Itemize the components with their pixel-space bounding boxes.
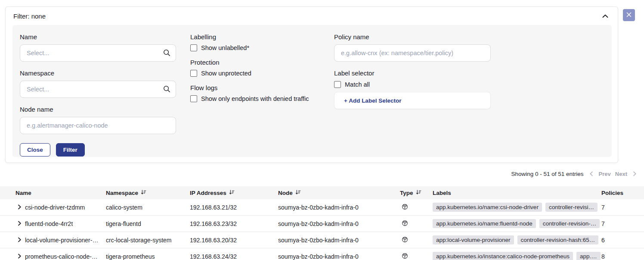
endpoint-policies-count: 7 — [601, 220, 644, 227]
policy-name-input[interactable] — [334, 44, 491, 62]
filter-column-right: Policy name Label selector Match all + A… — [334, 32, 491, 109]
column-header-labels: Labels — [433, 190, 601, 196]
close-icon — [626, 12, 632, 19]
endpoint-namespace: crc-local-storage-system — [106, 237, 190, 244]
filter-title: Filter: none — [13, 13, 46, 20]
collapse-panel-button[interactable] — [601, 12, 609, 20]
pod-icon — [402, 236, 408, 244]
column-header-namespace[interactable]: Namespace — [106, 189, 190, 196]
match-all-label: Match all — [345, 81, 370, 88]
label-selector-group-label: Label selector — [334, 69, 491, 77]
sort-icon — [295, 189, 301, 196]
chevron-right-icon — [18, 204, 22, 211]
endpoint-name: local-volume-provisioner-… — [25, 237, 98, 244]
denied-traffic-checkbox[interactable] — [190, 95, 197, 102]
endpoint-node: soumya-bz-0zbo-kadm-infra-0 — [278, 253, 400, 260]
name-field-label: Name — [20, 33, 176, 41]
chevron-right-icon — [18, 254, 22, 260]
endpoint-ip: 192.168.63.24/32 — [190, 253, 278, 260]
endpoint-ip: 192.168.63.21/32 — [190, 204, 278, 211]
show-unprotected-label: Show unprotected — [201, 70, 251, 77]
filter-panel-header: Filter: none — [6, 7, 618, 25]
table-row: csi-node-driver-tzdmm calico-system 192.… — [0, 199, 644, 216]
labelling-group-label: Labelling — [190, 33, 337, 41]
close-button[interactable]: Close — [20, 143, 50, 157]
filter-column-middle: Labelling Show unlabelled* Protection Sh… — [190, 32, 337, 110]
expand-row-button[interactable] — [18, 204, 22, 211]
protection-group-label: Protection — [190, 59, 337, 66]
expand-row-button[interactable] — [18, 221, 22, 227]
policy-name-field-label: Policy name — [334, 33, 491, 41]
endpoint-ip: 192.168.63.23/32 — [190, 220, 278, 227]
endpoint-ip: 192.168.63.20/32 — [190, 237, 278, 244]
show-unlabelled-checkbox[interactable] — [190, 44, 197, 51]
filter-button[interactable]: Filter — [56, 143, 85, 157]
chevron-right-icon[interactable] — [632, 171, 637, 177]
endpoint-node: soumya-bz-0zbo-kadm-infra-0 — [278, 204, 400, 211]
endpoint-name: csi-node-driver-tzdmm — [25, 204, 85, 211]
chevron-up-icon — [602, 13, 608, 19]
chevron-right-icon — [18, 237, 22, 244]
endpoint-node: soumya-bz-0zbo-kadm-infra-0 — [278, 220, 400, 227]
prev-page-button[interactable]: Prev — [599, 171, 611, 177]
endpoint-name: prometheus-calico-node-… — [25, 253, 98, 260]
pagination: Showing 0 - 51 of 51 entries Prev Next — [511, 171, 638, 177]
label-badge: app.… — [576, 252, 601, 260]
filter-column-left: Name Namespace Node name Close Filt — [20, 32, 176, 157]
flow-logs-group-label: Flow logs — [190, 84, 337, 91]
label-badge: app.kubernetes.io/name:csi-node-driver — [433, 203, 542, 212]
namespace-field-label: Namespace — [20, 69, 176, 77]
label-badge: app.kubernetes.io/name:fluentd-node — [433, 219, 536, 228]
pod-icon — [402, 253, 408, 260]
table-row: fluentd-node-4rr2t tigera-fluentd 192.16… — [0, 216, 644, 232]
label-badge: controller-revisi… — [545, 203, 598, 212]
show-unlabelled-label: Show unlabelled* — [201, 44, 249, 51]
column-header-ip-addresses[interactable]: IP Addresses — [190, 189, 278, 196]
endpoint-policies-count: 6 — [601, 237, 644, 244]
endpoint-policies-count: 8 — [601, 253, 644, 260]
chevron-right-icon — [18, 221, 22, 227]
endpoint-name: fluentd-node-4rr2t — [25, 220, 73, 227]
dismiss-panel-button[interactable] — [623, 9, 635, 21]
table-row: local-volume-provisioner-… crc-local-sto… — [0, 232, 644, 248]
endpoint-namespace: calico-system — [106, 204, 190, 211]
node-name-field-label: Node name — [20, 106, 176, 113]
add-label-selector-button[interactable]: + Add Label Selector — [334, 92, 491, 109]
table-row: prometheus-calico-node-… tigera-promethe… — [0, 248, 644, 260]
name-select-input[interactable] — [20, 44, 176, 62]
sort-icon — [141, 189, 146, 196]
expand-row-button[interactable] — [18, 237, 22, 244]
endpoints-table: Name Namespace IP Addresses Node Type La… — [0, 186, 644, 260]
denied-traffic-label: Show only endpoints with denied traffic — [201, 95, 309, 102]
endpoint-namespace: tigera-fluentd — [106, 220, 190, 227]
column-header-type[interactable]: Type — [400, 189, 433, 196]
column-header-name: Name — [15, 190, 106, 196]
chevron-left-icon[interactable] — [589, 171, 594, 177]
next-page-button[interactable]: Next — [615, 171, 627, 177]
pod-icon — [402, 220, 408, 228]
filter-panel-body: Name Namespace Node name Close Filt — [12, 25, 612, 157]
endpoint-node: soumya-bz-0zbo-kadm-infra-0 — [278, 237, 400, 244]
endpoint-namespace: tigera-prometheus — [106, 253, 190, 260]
match-all-checkbox[interactable] — [334, 81, 341, 88]
table-header-row: Name Namespace IP Addresses Node Type La… — [0, 186, 644, 199]
sort-icon — [229, 189, 235, 196]
label-badge: app:local-volume-provisioner — [433, 235, 514, 244]
sort-icon — [416, 189, 421, 196]
show-unprotected-checkbox[interactable] — [190, 70, 197, 77]
endpoint-policies-count: 7 — [601, 204, 644, 211]
column-header-policies: Policies — [601, 190, 644, 196]
column-header-node[interactable]: Node — [278, 189, 400, 196]
label-badge: controller-revision-hash:65… — [517, 235, 599, 244]
node-name-input[interactable] — [20, 117, 176, 134]
label-badge: controller-revision-… — [539, 219, 600, 228]
filter-panel: Filter: none Name Namespace — [5, 6, 618, 163]
namespace-select-input[interactable] — [20, 81, 176, 98]
label-badge: app.kubernetes.io/instance:calico-node-p… — [433, 252, 573, 260]
pod-icon — [402, 204, 408, 211]
expand-row-button[interactable] — [18, 254, 22, 260]
pagination-summary: Showing 0 - 51 of 51 entries — [511, 171, 584, 177]
